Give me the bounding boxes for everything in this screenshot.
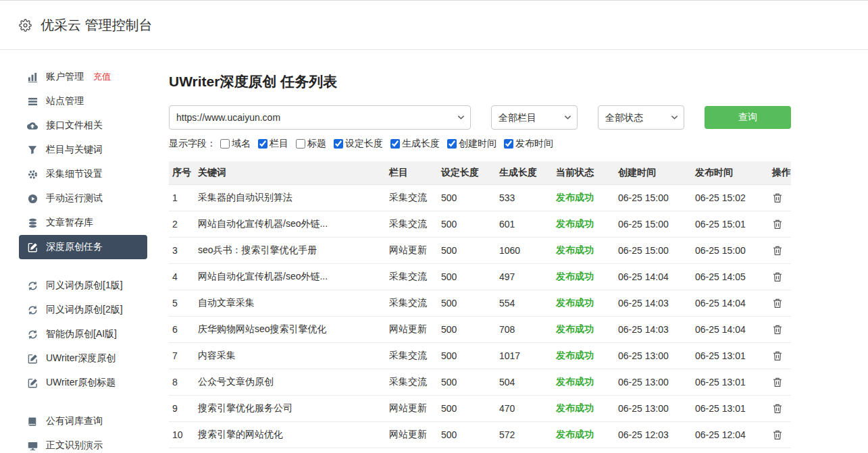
trash-icon[interactable] [772, 403, 783, 414]
sidebar-item-content-recognition-demo[interactable]: 正文识别演示 [19, 433, 147, 453]
monitor-icon [27, 440, 38, 451]
database-icon [27, 217, 38, 228]
trash-icon[interactable] [772, 192, 783, 203]
cell-set-length: 500 [438, 421, 496, 448]
col-header-status: 当前状态 [553, 161, 615, 184]
field-checkbox[interactable] [447, 139, 457, 149]
field-option-1[interactable]: 栏目 [258, 138, 288, 150]
cell-keyword: 内容采集 [195, 342, 386, 369]
cell-status: 发布成功 [553, 211, 615, 237]
field-option-6[interactable]: 发布时间 [504, 138, 553, 150]
cell-no: 7 [169, 342, 195, 369]
trash-icon[interactable] [772, 271, 783, 282]
cell-publish-time: 06-25 14:05 [692, 263, 769, 290]
sidebar-item-uwriter-deep-original[interactable]: UWriter深度原创 [19, 346, 147, 371]
col-header-gen-length: 生成长度 [496, 161, 553, 184]
trash-icon[interactable] [772, 324, 783, 335]
cell-no: 8 [169, 369, 195, 395]
field-option-4[interactable]: 生成长度 [390, 138, 440, 150]
field-checkbox-label: 栏目 [270, 138, 288, 150]
task-table: 序号 关键词 栏目 设定长度 生成长度 当前状态 创建时间 发布时间 操作 1 … [169, 161, 791, 448]
status-select[interactable]: 全部状态 [598, 105, 684, 130]
cell-created-time: 06-25 15:00 [615, 184, 692, 211]
sidebar-item-synonym-rewrite-v2[interactable]: 同义词伪原创[2版] [19, 298, 147, 322]
cell-actions [769, 237, 791, 263]
field-checkbox[interactable] [258, 139, 267, 149]
sidebar-item-synonym-rewrite-v1[interactable]: 同义词伪原创[1版] [19, 273, 147, 298]
cell-column: 采集交流 [386, 184, 438, 211]
column-select[interactable]: 全部栏目 [491, 105, 578, 130]
table-row: 8 公众号文章伪原创 采集交流 500 504 发布成功 06-25 13:00… [169, 369, 791, 395]
sidebar-item-uwriter-original-title[interactable]: UWriter原创标题 [19, 371, 147, 395]
edit-icon [27, 377, 38, 388]
cell-actions [769, 211, 791, 237]
field-checkbox[interactable] [296, 139, 305, 149]
field-checkbox[interactable] [504, 139, 513, 149]
field-option-5[interactable]: 创建时间 [447, 138, 496, 150]
cell-created-time: 06-25 14:04 [615, 263, 692, 290]
cell-created-time: 06-25 13:00 [615, 342, 692, 369]
sidebar-item-manual-run-test[interactable]: 手动运行测试 [19, 186, 147, 211]
filter-icon [27, 144, 38, 155]
cell-set-length: 500 [438, 184, 496, 211]
sidebar-item-label: 同义词伪原创[1版] [46, 279, 123, 292]
trash-icon[interactable] [772, 377, 783, 388]
query-button[interactable]: 查询 [705, 106, 791, 129]
trash-icon[interactable] [772, 219, 783, 230]
sidebar-item-label: 文章暂存库 [46, 217, 93, 229]
sidebar-group-tools: 公有词库查询正文识别演示 [0, 409, 169, 453]
cell-status: 发布成功 [553, 395, 615, 421]
sidebar-item-public-dictionary-query[interactable]: 公有词库查询 [19, 409, 147, 433]
recharge-badge[interactable]: 充值 [93, 71, 111, 83]
sidebar-item-label: 栏目与关键词 [46, 144, 103, 156]
field-option-3[interactable]: 设定长度 [334, 138, 383, 150]
cell-actions [769, 263, 791, 290]
trash-icon[interactable] [772, 429, 783, 440]
col-header-set-length: 设定长度 [438, 161, 496, 184]
sidebar-item-article-storage[interactable]: 文章暂存库 [19, 211, 147, 235]
field-checkbox[interactable] [390, 139, 400, 149]
cell-status: 发布成功 [553, 184, 615, 211]
gears-icon [27, 169, 38, 180]
field-option-2[interactable]: 标题 [296, 138, 326, 150]
field-checkbox-label: 发布时间 [515, 138, 553, 150]
sidebar-item-columns-keywords[interactable]: 栏目与关键词 [19, 138, 147, 162]
app-header: 优采云 管理控制台 [0, 0, 868, 50]
sidebar-group-rewrite: 同义词伪原创[1版]同义词伪原创[2版]智能伪原创[AI版]UWriter深度原… [0, 273, 169, 395]
sidebar-item-collection-detail-settings[interactable]: 采集细节设置 [19, 162, 147, 186]
col-header-actions: 操作 [769, 161, 791, 184]
sidebar-item-ai-rewrite[interactable]: 智能伪原创[AI版] [19, 322, 147, 346]
sidebar-item-deep-original-task[interactable]: 深度原创任务 [19, 235, 147, 259]
site-select[interactable]: https://www.ucaiyun.com [169, 105, 471, 130]
cell-status: 发布成功 [553, 421, 615, 448]
cell-keyword: 网站自动化宣传机器/seo外链... [195, 211, 386, 237]
cell-gen-length: 601 [496, 211, 553, 237]
cell-keyword: 采集器的自动识别算法 [195, 184, 386, 211]
trash-icon[interactable] [772, 245, 783, 256]
sidebar-item-interface-files[interactable]: 接口文件相关 [19, 113, 147, 138]
trash-icon[interactable] [772, 298, 783, 309]
sidebar-item-label: 站点管理 [46, 95, 84, 107]
table-row: 10 搜索引擎的网站优化 网站更新 500 572 发布成功 06-25 12:… [169, 421, 791, 448]
table-row: 9 搜索引擎优化服务公司 网站更新 500 470 发布成功 06-25 13:… [169, 395, 791, 421]
field-option-0[interactable]: 域名 [220, 138, 251, 150]
app-title: 优采云 管理控制台 [41, 16, 153, 34]
sidebar: 账户管理充值站点管理接口文件相关栏目与关键词采集细节设置手动运行测试文章暂存库深… [0, 50, 169, 453]
cell-publish-time: 06-25 15:01 [692, 211, 769, 237]
table-row: 4 网站自动化宣传机器/seo外链... 采集交流 500 497 发布成功 0… [169, 263, 791, 290]
field-checkbox-label: 标题 [307, 138, 326, 150]
trash-icon[interactable] [772, 350, 783, 361]
field-checkbox[interactable] [220, 139, 230, 149]
sidebar-item-account-management[interactable]: 账户管理充值 [19, 65, 147, 89]
task-table-body: 1 采集器的自动识别算法 采集交流 500 533 发布成功 06-25 15:… [169, 184, 791, 448]
cell-no: 3 [169, 237, 195, 263]
field-checkbox[interactable] [334, 139, 343, 149]
edit-icon [27, 242, 38, 252]
table-row: 6 庆华购物网站seo搜索引擎优化 网站更新 500 708 发布成功 06-2… [169, 316, 791, 342]
display-fields-row: 显示字段： 域名栏目标题设定长度生成长度创建时间发布时间 [169, 137, 791, 151]
sidebar-item-site-management[interactable]: 站点管理 [19, 89, 147, 113]
cell-column: 采集交流 [386, 211, 438, 237]
col-header-no: 序号 [169, 161, 195, 184]
cell-actions [769, 369, 791, 395]
bar-chart-icon [27, 72, 38, 82]
